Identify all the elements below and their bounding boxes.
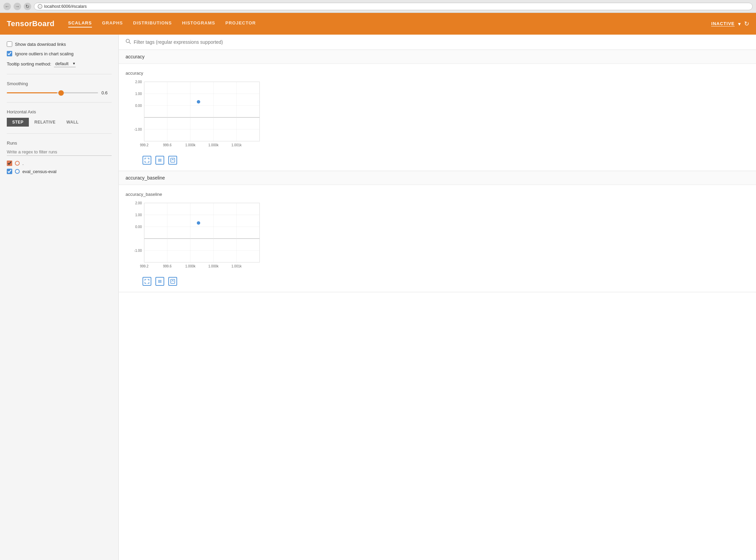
runs-section: Runs . eval_census-eval: [7, 141, 112, 184]
ignore-outliers-checkbox[interactable]: [7, 51, 12, 56]
fit-button-baseline[interactable]: [168, 277, 177, 286]
ignore-outliers-label: Ignore outliers in chart scaling: [15, 51, 74, 56]
show-download-checkbox[interactable]: [7, 41, 12, 47]
chart-actions-baseline: [126, 274, 177, 288]
svg-text:1.001k: 1.001k: [231, 143, 242, 147]
filter-input[interactable]: [134, 39, 749, 45]
smoothing-section: Smoothing 0.6: [7, 81, 112, 102]
axis-buttons: STEP RELATIVE WALL: [7, 118, 112, 127]
svg-text:999.2: 999.2: [140, 143, 148, 147]
run-item-eval: eval_census-eval: [7, 169, 112, 174]
horizontal-axis-title: Horizontal Axis: [7, 109, 112, 114]
run-dot-checkbox[interactable]: [7, 161, 12, 166]
refresh-button[interactable]: ↻: [24, 3, 31, 10]
main-layout: Show data download links Ignore outliers…: [0, 35, 756, 560]
address-bar[interactable]: i localhost:6006/#scalars: [34, 3, 753, 10]
chart-container-baseline: accuracy_baseline: [119, 185, 756, 292]
svg-text:1.00: 1.00: [135, 92, 142, 96]
search-icon: [126, 39, 131, 45]
svg-point-53: [197, 221, 200, 225]
run-eval-label: eval_census-eval: [22, 169, 56, 174]
chart-section-header-baseline: accuracy_baseline: [119, 171, 756, 185]
svg-text:999.2: 999.2: [140, 264, 148, 268]
nav-projector[interactable]: PROJECTOR: [225, 20, 256, 27]
run-item-dot: .: [7, 161, 112, 166]
nav-refresh-button[interactable]: ↻: [744, 20, 749, 27]
svg-rect-57: [171, 279, 175, 283]
ignore-outliers-row: Ignore outliers in chart scaling: [7, 51, 112, 56]
chart-baseline: 2.00 1.00 0.00 -1.00 999.2 999.6 1.000k …: [126, 200, 265, 274]
svg-rect-30: [171, 158, 175, 162]
nav-histograms[interactable]: HISTOGRAMS: [182, 20, 215, 27]
chart-section-baseline: accuracy_baseline accuracy_baseline: [119, 171, 756, 292]
chart-svg-baseline: 2.00 1.00 0.00 -1.00 999.2 999.6 1.000k …: [126, 200, 265, 274]
list-button-baseline[interactable]: [155, 277, 164, 286]
svg-text:0.00: 0.00: [135, 225, 142, 229]
svg-text:999.6: 999.6: [163, 264, 171, 268]
nav-graphs[interactable]: GRAPHS: [102, 20, 123, 27]
svg-text:i: i: [40, 5, 40, 8]
svg-text:2.00: 2.00: [135, 80, 142, 84]
horizontal-axis-section: Horizontal Axis STEP RELATIVE WALL: [7, 109, 112, 134]
svg-rect-31: [144, 203, 260, 262]
expand-button-accuracy[interactable]: [143, 156, 151, 165]
run-eval-checkbox[interactable]: [7, 169, 12, 174]
chart-svg-accuracy: 2.00 1.00 0.00 -1.00 999.2 999.6 1.000k …: [126, 78, 265, 153]
forward-button[interactable]: →: [14, 3, 21, 10]
tooltip-label: Tooltip sorting method:: [7, 61, 51, 67]
chart-title-baseline: accuracy_baseline: [126, 192, 162, 197]
svg-text:-1.00: -1.00: [134, 128, 142, 131]
svg-text:1.000k: 1.000k: [185, 264, 196, 268]
run-dot-circle: [15, 161, 20, 166]
axis-step-button[interactable]: STEP: [7, 118, 29, 127]
sidebar: Show data download links Ignore outliers…: [0, 35, 119, 560]
run-dot-label: .: [22, 161, 24, 166]
nav-links: SCALARS GRAPHS DISTRIBUTIONS HISTOGRAMS …: [68, 20, 698, 27]
axis-relative-button[interactable]: RELATIVE: [29, 118, 61, 127]
url-text: localhost:6006/#scalars: [44, 4, 87, 9]
tooltip-row: Tooltip sorting method: default: [7, 60, 112, 67]
show-download-row: Show data download links: [7, 41, 112, 47]
list-button-accuracy[interactable]: [155, 156, 164, 165]
smoothing-row: 0.6: [7, 90, 112, 95]
svg-text:0.00: 0.00: [135, 104, 142, 108]
top-nav: TensorBoard SCALARS GRAPHS DISTRIBUTIONS…: [0, 13, 756, 35]
chart-accuracy: 2.00 1.00 0.00 -1.00 999.2 999.6 1.000k …: [126, 78, 265, 153]
chart-title-accuracy: accuracy: [126, 71, 143, 76]
nav-right: INACTIVE ▾ ↻: [711, 20, 749, 27]
svg-text:1.000k: 1.000k: [185, 143, 196, 147]
status-dropdown[interactable]: ▾: [738, 21, 741, 27]
back-button[interactable]: ←: [3, 3, 11, 10]
info-icon: i: [38, 4, 42, 9]
axis-wall-button[interactable]: WALL: [61, 118, 84, 127]
chart-container-accuracy: accuracy: [119, 64, 756, 171]
svg-text:1.001k: 1.001k: [231, 264, 242, 268]
svg-rect-4: [144, 82, 260, 141]
content-area: accuracy accuracy: [119, 35, 756, 560]
tooltip-select-wrapper[interactable]: default: [54, 60, 76, 67]
svg-line-3: [129, 42, 131, 44]
runs-filter-input[interactable]: [7, 148, 112, 156]
svg-text:999.6: 999.6: [163, 143, 171, 147]
svg-text:1.000k: 1.000k: [208, 143, 219, 147]
tooltip-select[interactable]: default: [54, 60, 76, 67]
svg-point-2: [126, 39, 130, 43]
filter-bar: [119, 35, 756, 50]
fit-button-accuracy[interactable]: [168, 156, 177, 165]
smoothing-title: Smoothing: [7, 81, 112, 86]
smoothing-slider[interactable]: [7, 92, 98, 93]
options-section: Show data download links Ignore outliers…: [7, 41, 112, 74]
nav-distributions[interactable]: DISTRIBUTIONS: [133, 20, 172, 27]
svg-text:2.00: 2.00: [135, 201, 142, 205]
show-download-label: Show data download links: [15, 42, 66, 47]
runs-title: Runs: [7, 141, 112, 146]
chart-actions-accuracy: [126, 153, 177, 167]
svg-text:1.000k: 1.000k: [208, 264, 219, 268]
status-label: INACTIVE: [711, 21, 735, 26]
chart-section-accuracy: accuracy accuracy: [119, 50, 756, 171]
svg-point-26: [197, 100, 200, 104]
logo: TensorBoard: [7, 19, 55, 28]
nav-scalars[interactable]: SCALARS: [68, 20, 92, 27]
browser-bar: ← → ↻ i localhost:6006/#scalars: [0, 0, 756, 13]
expand-button-baseline[interactable]: [143, 277, 151, 286]
